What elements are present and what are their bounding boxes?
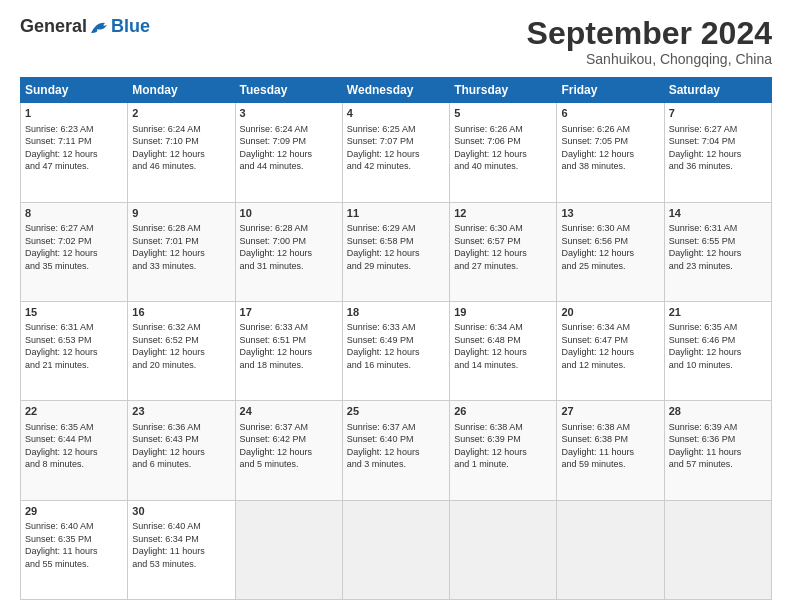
weekday-header-tuesday: Tuesday — [235, 78, 342, 103]
day-number: 2 — [132, 106, 230, 121]
calendar-cell: 9Sunrise: 6:28 AMSunset: 7:01 PMDaylight… — [128, 202, 235, 301]
calendar-week-2: 8Sunrise: 6:27 AMSunset: 7:02 PMDaylight… — [21, 202, 772, 301]
calendar-cell: 25Sunrise: 6:37 AMSunset: 6:40 PMDayligh… — [342, 401, 449, 500]
day-number: 18 — [347, 305, 445, 320]
calendar-table: SundayMondayTuesdayWednesdayThursdayFrid… — [20, 77, 772, 600]
day-number: 9 — [132, 206, 230, 221]
calendar-cell: 11Sunrise: 6:29 AMSunset: 6:58 PMDayligh… — [342, 202, 449, 301]
calendar-cell: 1Sunrise: 6:23 AMSunset: 7:11 PMDaylight… — [21, 103, 128, 202]
calendar-cell: 3Sunrise: 6:24 AMSunset: 7:09 PMDaylight… — [235, 103, 342, 202]
calendar-cell: 20Sunrise: 6:34 AMSunset: 6:47 PMDayligh… — [557, 301, 664, 400]
day-number: 26 — [454, 404, 552, 419]
day-number: 25 — [347, 404, 445, 419]
logo-general-text: General — [20, 16, 87, 37]
calendar-cell: 7Sunrise: 6:27 AMSunset: 7:04 PMDaylight… — [664, 103, 771, 202]
calendar-cell: 27Sunrise: 6:38 AMSunset: 6:38 PMDayligh… — [557, 401, 664, 500]
calendar-cell: 17Sunrise: 6:33 AMSunset: 6:51 PMDayligh… — [235, 301, 342, 400]
day-number: 8 — [25, 206, 123, 221]
day-number: 24 — [240, 404, 338, 419]
calendar-cell: 19Sunrise: 6:34 AMSunset: 6:48 PMDayligh… — [450, 301, 557, 400]
title-block: September 2024 Sanhuikou, Chongqing, Chi… — [527, 16, 772, 67]
calendar-cell — [342, 500, 449, 599]
day-number: 13 — [561, 206, 659, 221]
calendar-cell: 29Sunrise: 6:40 AMSunset: 6:35 PMDayligh… — [21, 500, 128, 599]
calendar-cell: 12Sunrise: 6:30 AMSunset: 6:57 PMDayligh… — [450, 202, 557, 301]
calendar-cell: 4Sunrise: 6:25 AMSunset: 7:07 PMDaylight… — [342, 103, 449, 202]
calendar-page: General Blue September 2024 Sanhuikou, C… — [0, 0, 792, 612]
day-number: 23 — [132, 404, 230, 419]
weekday-header-row: SundayMondayTuesdayWednesdayThursdayFrid… — [21, 78, 772, 103]
calendar-cell: 5Sunrise: 6:26 AMSunset: 7:06 PMDaylight… — [450, 103, 557, 202]
calendar-cell: 2Sunrise: 6:24 AMSunset: 7:10 PMDaylight… — [128, 103, 235, 202]
calendar-cell: 26Sunrise: 6:38 AMSunset: 6:39 PMDayligh… — [450, 401, 557, 500]
day-number: 5 — [454, 106, 552, 121]
day-number: 15 — [25, 305, 123, 320]
day-number: 22 — [25, 404, 123, 419]
day-number: 14 — [669, 206, 767, 221]
calendar-week-5: 29Sunrise: 6:40 AMSunset: 6:35 PMDayligh… — [21, 500, 772, 599]
day-number: 4 — [347, 106, 445, 121]
calendar-cell: 21Sunrise: 6:35 AMSunset: 6:46 PMDayligh… — [664, 301, 771, 400]
logo-bird-icon — [89, 19, 111, 35]
day-number: 16 — [132, 305, 230, 320]
day-number: 3 — [240, 106, 338, 121]
calendar-cell: 8Sunrise: 6:27 AMSunset: 7:02 PMDaylight… — [21, 202, 128, 301]
location-text: Sanhuikou, Chongqing, China — [527, 51, 772, 67]
calendar-cell: 22Sunrise: 6:35 AMSunset: 6:44 PMDayligh… — [21, 401, 128, 500]
day-number: 1 — [25, 106, 123, 121]
day-number: 10 — [240, 206, 338, 221]
day-number: 27 — [561, 404, 659, 419]
day-number: 7 — [669, 106, 767, 121]
calendar-week-4: 22Sunrise: 6:35 AMSunset: 6:44 PMDayligh… — [21, 401, 772, 500]
logo: General Blue — [20, 16, 150, 37]
day-number: 21 — [669, 305, 767, 320]
calendar-cell: 18Sunrise: 6:33 AMSunset: 6:49 PMDayligh… — [342, 301, 449, 400]
day-number: 20 — [561, 305, 659, 320]
calendar-cell: 15Sunrise: 6:31 AMSunset: 6:53 PMDayligh… — [21, 301, 128, 400]
calendar-cell: 6Sunrise: 6:26 AMSunset: 7:05 PMDaylight… — [557, 103, 664, 202]
weekday-header-friday: Friday — [557, 78, 664, 103]
header: General Blue September 2024 Sanhuikou, C… — [20, 16, 772, 67]
calendar-cell — [664, 500, 771, 599]
day-number: 30 — [132, 504, 230, 519]
calendar-cell: 23Sunrise: 6:36 AMSunset: 6:43 PMDayligh… — [128, 401, 235, 500]
day-number: 6 — [561, 106, 659, 121]
calendar-cell: 10Sunrise: 6:28 AMSunset: 7:00 PMDayligh… — [235, 202, 342, 301]
weekday-header-wednesday: Wednesday — [342, 78, 449, 103]
calendar-cell — [450, 500, 557, 599]
day-number: 29 — [25, 504, 123, 519]
calendar-cell — [235, 500, 342, 599]
calendar-week-3: 15Sunrise: 6:31 AMSunset: 6:53 PMDayligh… — [21, 301, 772, 400]
weekday-header-saturday: Saturday — [664, 78, 771, 103]
calendar-cell: 30Sunrise: 6:40 AMSunset: 6:34 PMDayligh… — [128, 500, 235, 599]
calendar-cell: 28Sunrise: 6:39 AMSunset: 6:36 PMDayligh… — [664, 401, 771, 500]
calendar-cell — [557, 500, 664, 599]
day-number: 28 — [669, 404, 767, 419]
calendar-cell: 14Sunrise: 6:31 AMSunset: 6:55 PMDayligh… — [664, 202, 771, 301]
weekday-header-monday: Monday — [128, 78, 235, 103]
weekday-header-sunday: Sunday — [21, 78, 128, 103]
calendar-week-1: 1Sunrise: 6:23 AMSunset: 7:11 PMDaylight… — [21, 103, 772, 202]
logo-blue-text: Blue — [111, 16, 150, 37]
calendar-cell: 24Sunrise: 6:37 AMSunset: 6:42 PMDayligh… — [235, 401, 342, 500]
day-number: 17 — [240, 305, 338, 320]
weekday-header-thursday: Thursday — [450, 78, 557, 103]
day-number: 12 — [454, 206, 552, 221]
day-number: 19 — [454, 305, 552, 320]
calendar-cell: 16Sunrise: 6:32 AMSunset: 6:52 PMDayligh… — [128, 301, 235, 400]
day-number: 11 — [347, 206, 445, 221]
calendar-cell: 13Sunrise: 6:30 AMSunset: 6:56 PMDayligh… — [557, 202, 664, 301]
month-title: September 2024 — [527, 16, 772, 51]
